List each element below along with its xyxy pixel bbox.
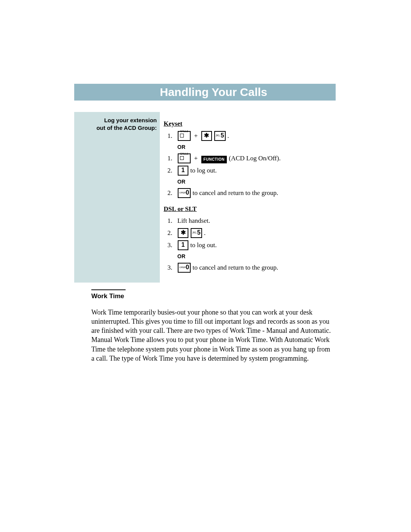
instruction-block: Log your extension out of the ACD Group:…: [0, 112, 411, 283]
step-number: 1.: [167, 153, 176, 163]
step-text: to cancel and return to the group.: [193, 188, 278, 198]
page: Handling Your Calls Log your extension o…: [0, 0, 411, 363]
five-key-main: 5: [221, 132, 224, 139]
dsl-step-3a: 3. 1 to log out.: [167, 240, 335, 250]
or-separator: OR: [177, 252, 335, 260]
five-key-sub: JKL: [216, 134, 220, 137]
call1-label: CALL1: [178, 150, 190, 158]
zero-key-main: 0: [186, 264, 189, 270]
step-text: to cancel and return to the group.: [193, 263, 278, 273]
call1-key-icon: CALL1: [178, 153, 191, 163]
step-text: Lift handset.: [177, 216, 210, 226]
plus-sign: +: [194, 153, 198, 163]
instruction-content: Keyset 1. CALL1 + ✱ JKL5 . OR 1. CALL1 +…: [160, 112, 335, 283]
step-number: 3.: [167, 263, 176, 273]
or-separator: OR: [177, 178, 335, 186]
zero-key-main: 0: [186, 189, 189, 196]
step-number: 3.: [167, 240, 176, 250]
worktime-body: Work Time temporarily busies-out your ph…: [91, 308, 335, 363]
title-bar: Handling Your Calls: [0, 84, 411, 101]
one-key-icon: 1: [178, 166, 188, 176]
keyset-step-2b: 2. OPER0 to cancel and return to the gro…: [167, 188, 335, 198]
five-key-icon: JKL5: [191, 228, 202, 238]
step-text: (ACD Log On/Off).: [229, 153, 280, 163]
step-number: 2.: [167, 166, 176, 176]
step-number: 1.: [167, 216, 176, 226]
dsl-heading: DSL or SLT: [164, 204, 335, 214]
zero-key-icon: OPER0: [178, 188, 191, 198]
period: .: [204, 228, 206, 238]
five-key-icon: JKL5: [214, 131, 226, 141]
keyset-step-2a: 2. 1 to log out.: [167, 166, 335, 176]
one-key-icon: 1: [178, 240, 188, 250]
step-number: 2.: [167, 188, 176, 198]
dsl-step-3b: 3. OPER0 to cancel and return to the gro…: [167, 263, 335, 273]
worktime-heading: Work Time: [91, 292, 411, 300]
star-key-icon: ✱: [201, 131, 212, 141]
zero-key-sub: OPER: [179, 192, 186, 194]
worktime-block: Work Time: [91, 289, 411, 300]
step-number: 1.: [167, 131, 176, 141]
period: .: [228, 131, 229, 141]
sidebar-label: Log your extension out of the ACD Group:: [74, 112, 160, 283]
or-separator: OR: [177, 143, 335, 151]
call1-key-icon: CALL1: [178, 131, 191, 141]
page-title: Handling Your Calls: [160, 84, 267, 101]
dsl-step-1: 1. Lift handset.: [167, 216, 335, 226]
subsection-rule: [91, 289, 126, 290]
five-key-main: 5: [197, 229, 201, 236]
zero-key-icon: OPER0: [178, 263, 191, 273]
dsl-step-2: 2. ✱ JKL5 .: [167, 228, 335, 238]
five-key-sub: JKL: [192, 231, 197, 234]
step-text: to log out.: [190, 240, 217, 250]
call1-label: CALL1: [178, 128, 190, 135]
function-key-icon: FUNCTION: [201, 156, 227, 163]
keyset-step-1a: 1. CALL1 + ✱ JKL5 .: [167, 131, 335, 141]
plus-sign: +: [194, 131, 198, 141]
sidebar-line2: out of the ACD Group:: [74, 124, 157, 132]
step-text: to log out.: [190, 166, 217, 176]
star-key-icon: ✱: [178, 228, 188, 238]
step-number: 2.: [167, 228, 176, 238]
keyset-step-1b: 1. CALL1 + FUNCTION (ACD Log On/Off).: [167, 153, 335, 163]
zero-key-sub: OPER: [179, 266, 186, 268]
sidebar-line1: Log your extension: [74, 117, 157, 124]
